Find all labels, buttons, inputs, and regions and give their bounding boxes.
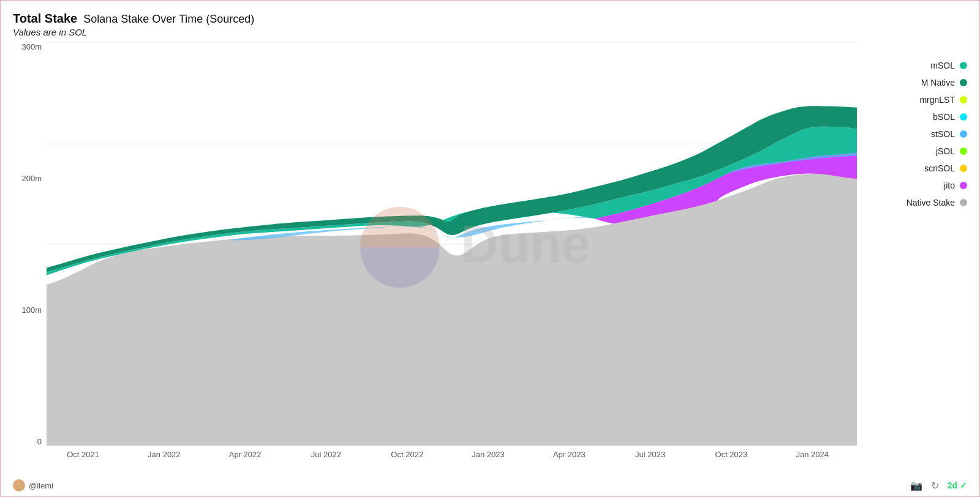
legend-item-msol: mSOL [857,61,967,70]
footer: @ilemi 📷 ↻ 2d ✓ [13,479,967,491]
x-label-apr2023: Apr 2023 [553,450,586,459]
legend-dot-jsol [960,148,967,155]
legend: mSOL M Native mrgnLST bSOL stSOL jSOL [857,42,967,471]
legend-label-stsol: stSOL [931,129,955,139]
y-label-300m: 300m [21,42,42,51]
svg-text:Dune: Dune [461,215,590,274]
x-label-jan2024: Jan 2024 [796,450,829,459]
legend-dot-jito [960,182,967,189]
legend-dot-mnative [960,79,967,86]
legend-item-mnative: M Native [857,78,967,88]
legend-dot-stsol [960,130,967,138]
legend-label-jito: jito [944,181,955,190]
legend-label-mrgnlst: mrgnLST [919,95,955,105]
y-label-200m: 200m [21,174,42,183]
legend-item-jsol: jSOL [857,146,967,156]
chart-title-bold: Total Stake [13,12,77,26]
chart-subtitle: Values are in SOL [13,27,967,37]
chart-main: 300m 200m 100m 0 [13,42,967,471]
chart-title-sub: Solana Stake Over Time (Sourced) [83,13,254,26]
interval-label: 2d [948,480,957,490]
legend-dot-scnsol [960,165,967,172]
check-icon: ✓ [960,480,967,490]
chart-area: 300m 200m 100m 0 [13,42,857,471]
legend-item-jito: jito [857,181,967,190]
footer-avatar [13,479,25,491]
legend-dot-mrgnlst [960,96,967,103]
footer-right: 📷 ↻ 2d ✓ [910,480,967,491]
y-label-0: 0 [37,437,42,446]
chart-title-row: Total Stake Solana Stake Over Time (Sour… [13,12,967,26]
footer-username: @ilemi [29,481,53,490]
refresh-icon[interactable]: ↻ [931,480,939,491]
footer-left: @ilemi [13,479,53,491]
chart-container: Total Stake Solana Stake Over Time (Sour… [0,0,980,497]
x-label-oct2021: Oct 2021 [67,450,99,459]
x-label-jan2022: Jan 2022 [148,450,181,459]
legend-item-native-stake: Native Stake [857,198,967,207]
legend-item-scnsol: scnSOL [857,163,967,173]
x-label-oct2022: Oct 2022 [391,450,423,459]
legend-item-bsol: bSOL [857,112,967,122]
interval-badge: 2d ✓ [948,480,967,490]
x-label-jul2022: Jul 2022 [311,450,341,459]
x-label-jul2023: Jul 2023 [635,450,665,459]
x-label-oct2023: Oct 2023 [715,450,748,459]
legend-label-scnsol: scnSOL [924,163,955,173]
x-label-jan2023: Jan 2023 [472,450,505,459]
plot-area: Dune [47,42,857,446]
svg-rect-8 [360,207,439,247]
legend-label-msol: mSOL [930,61,955,70]
y-axis: 300m 200m 100m 0 [13,42,47,446]
legend-item-stsol: stSOL [857,129,967,139]
x-axis: Oct 2021 Jan 2022 Apr 2022 Jul 2022 Oct … [47,447,857,471]
legend-label-mnative: M Native [921,78,955,88]
y-label-100m: 100m [21,305,42,315]
legend-label-native-stake: Native Stake [907,198,955,207]
legend-label-jsol: jSOL [936,146,955,156]
legend-label-bsol: bSOL [933,112,955,122]
x-label-apr2022: Apr 2022 [229,450,262,459]
legend-dot-bsol [960,113,967,121]
camera-icon[interactable]: 📷 [910,480,922,491]
legend-dot-msol [960,62,967,69]
legend-item-mrgnlst: mrgnLST [857,95,967,105]
legend-dot-native-stake [960,199,967,206]
